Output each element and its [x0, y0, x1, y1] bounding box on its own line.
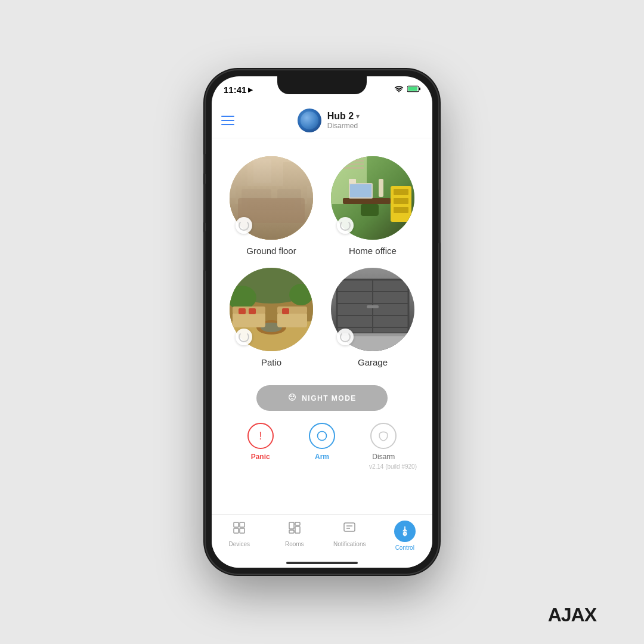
- main-content: Ground floor: [212, 138, 432, 508]
- svg-rect-63: [240, 522, 244, 527]
- room-arm-indicator-ground-floor: [236, 217, 252, 234]
- night-mode-label: NIGHT MODE: [302, 394, 357, 402]
- ajax-logo-text: AJAX: [548, 604, 596, 626]
- svg-rect-44: [249, 308, 256, 314]
- svg-rect-29: [394, 198, 408, 204]
- wifi-icon: [394, 84, 404, 95]
- svg-rect-10: [230, 156, 313, 186]
- tab-control[interactable]: Control: [377, 521, 433, 551]
- night-mode-section: NIGHT MODE: [218, 373, 426, 417]
- tab-rooms[interactable]: Rooms: [267, 521, 323, 547]
- svg-rect-1: [419, 88, 420, 90]
- svg-rect-43: [239, 308, 246, 314]
- disarm-label: Disarm: [372, 453, 395, 461]
- tab-label-notifications: Notifications: [333, 541, 366, 547]
- disarm-button[interactable]: Disarm: [370, 423, 397, 461]
- room-arm-indicator-home-office: [337, 217, 354, 234]
- arm-circle: [309, 423, 335, 449]
- panic-icon: !: [259, 430, 262, 442]
- status-time: 11:41 ▶: [224, 85, 253, 95]
- svg-rect-41: [277, 312, 307, 327]
- room-item-ground-floor[interactable]: Ground floor: [224, 156, 319, 256]
- hub-status: Disarmed: [327, 122, 360, 130]
- svg-point-60: [317, 432, 326, 441]
- svg-rect-23: [331, 156, 364, 158]
- svg-rect-62: [234, 528, 239, 533]
- room-circle-wrapper: [331, 156, 414, 240]
- room-circle-wrapper: [230, 156, 313, 240]
- svg-rect-61: [234, 522, 239, 527]
- tab-bar: Devices Rooms: [212, 514, 432, 568]
- svg-rect-30: [394, 207, 408, 213]
- phone-frame: 11:41 ▶: [206, 70, 438, 574]
- svg-point-58: [290, 395, 292, 397]
- phone-screen: 11:41 ▶: [212, 76, 432, 568]
- room-item-home-office[interactable]: Home office: [325, 156, 420, 256]
- hub-info: Hub 2 ▾ Disarmed: [327, 111, 360, 130]
- svg-rect-25: [331, 163, 364, 165]
- action-buttons: ! Panic Arm: [218, 417, 426, 461]
- tab-devices[interactable]: Devices: [212, 521, 267, 547]
- app-header: Hub 2 ▾ Disarmed: [212, 103, 432, 138]
- night-mode-button[interactable]: NIGHT MODE: [256, 385, 388, 411]
- hamburger-line: [221, 116, 234, 117]
- room-arm-indicator-garage: [337, 329, 354, 345]
- ajax-brand-logo: AJAX: [548, 604, 596, 626]
- svg-rect-13: [253, 159, 271, 183]
- night-mode-icon: [287, 392, 297, 404]
- svg-rect-24: [331, 160, 364, 162]
- room-label-patio: Patio: [261, 357, 281, 367]
- home-indicator: [286, 562, 358, 564]
- version-text: v2.14 (build #920): [218, 461, 426, 470]
- svg-rect-9: [247, 199, 295, 210]
- hamburger-menu-button[interactable]: [221, 116, 234, 125]
- svg-rect-65: [289, 522, 294, 529]
- tab-label-devices: Devices: [228, 541, 250, 547]
- room-arm-indicator-patio: [236, 329, 252, 345]
- svg-rect-19: [350, 184, 371, 197]
- chevron-down-icon: ▾: [356, 112, 360, 120]
- svg-rect-8: [277, 189, 301, 210]
- svg-rect-20: [361, 204, 379, 216]
- hub-name-row: Hub 2 ▾: [327, 111, 360, 122]
- svg-rect-22: [379, 179, 383, 197]
- devices-tab-icon: [232, 521, 246, 538]
- svg-rect-45: [282, 308, 289, 314]
- svg-rect-42: [277, 306, 307, 314]
- tab-notifications[interactable]: Notifications: [322, 521, 377, 547]
- arm-button[interactable]: Arm: [309, 423, 335, 461]
- hamburger-line: [221, 120, 234, 121]
- power-button: [438, 190, 441, 243]
- arm-status-icon: [239, 332, 249, 342]
- room-label-ground-floor: Ground floor: [246, 246, 296, 256]
- svg-point-59: [293, 395, 295, 397]
- hub-avatar-inner: [301, 112, 318, 129]
- volume-up-button: [203, 184, 206, 223]
- svg-rect-66: [295, 522, 300, 525]
- svg-rect-67: [295, 527, 300, 533]
- svg-rect-26: [331, 167, 364, 169]
- status-icons: [394, 84, 420, 95]
- svg-rect-21: [349, 179, 356, 184]
- svg-rect-11: [283, 162, 313, 186]
- battery-icon: [407, 84, 420, 95]
- arm-status-icon: [239, 220, 249, 231]
- room-label-garage: Garage: [358, 357, 388, 367]
- tab-label-rooms: Rooms: [285, 541, 304, 547]
- room-label-home-office: Home office: [349, 246, 397, 256]
- notifications-tab-icon: [342, 521, 357, 538]
- svg-rect-2: [408, 86, 417, 91]
- hamburger-line: [221, 124, 234, 125]
- room-item-garage[interactable]: Garage: [325, 268, 420, 367]
- arm-status-icon: [340, 220, 351, 231]
- panic-label: Panic: [251, 453, 270, 461]
- mute-button: [203, 154, 206, 174]
- rooms-tab-icon: [287, 521, 302, 538]
- panic-button[interactable]: ! Panic: [247, 423, 274, 461]
- time-display: 11:41: [224, 85, 246, 95]
- hub-selector[interactable]: Hub 2 ▾ Disarmed: [234, 109, 423, 132]
- arm-status-icon: [340, 332, 351, 342]
- room-item-patio[interactable]: Patio: [224, 268, 319, 367]
- volume-down-button: [203, 231, 206, 271]
- svg-rect-69: [344, 523, 355, 531]
